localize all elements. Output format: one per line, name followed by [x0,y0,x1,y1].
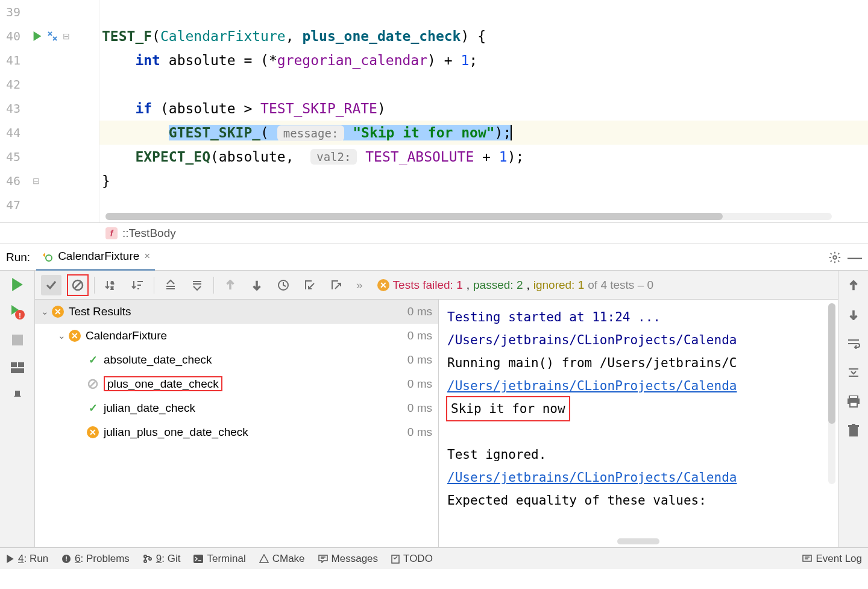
event-log-button[interactable]: Event Log [802,553,862,565]
function-badge-icon: f [105,227,118,239]
recompile-gutter-icon[interactable] [47,31,58,42]
param-hint: message: [277,125,345,141]
test-console[interactable]: Testing started at 11:24 .../Users/jetbr… [439,300,838,547]
svg-point-23 [144,555,146,558]
svg-rect-15 [849,395,858,398]
show-passed-icon[interactable] [41,275,61,295]
prev-failed-icon[interactable] [220,275,241,295]
svg-rect-20 [852,424,855,425]
statusbar-problems[interactable]: !6: Problems [61,553,130,565]
gutter-row: 40⊟ [0,24,99,48]
line-number: 42 [6,77,25,92]
test-tree[interactable]: ⌄✕Test Results0 ms⌄✕CalendarFixture0 ms✓… [35,300,439,547]
rerun-failed-icon[interactable]: ! [10,304,25,320]
collapse-all-icon[interactable] [187,275,207,295]
console-line: Running main() from /Users/jetbrains/C [447,351,829,374]
next-failed-icon[interactable] [247,275,267,295]
run-label: Run: [6,251,30,264]
code-line[interactable]: int absolute = (*gregorian_calendar) + 1… [99,48,868,72]
run-tab-label: CalendarFixture [58,250,139,263]
gutter-row: 47 [0,193,99,217]
layout-icon[interactable] [10,360,25,376]
skip-icon [87,378,99,390]
statusbar-messages[interactable]: Messages [318,553,378,565]
console-line: /Users/jetbrains/CLionProjects/Calenda [447,329,829,351]
svg-rect-27 [392,555,399,563]
tree-test-julian_date_check[interactable]: ✓julian_date_check0 ms [35,396,438,420]
gutter-row: 42 [0,72,99,96]
code-line[interactable]: } [99,169,868,193]
fold-close-icon[interactable]: ⊟ [33,176,40,186]
tree-test-julian_plus_one_date_check[interactable]: ✕julian_plus_one_date_check0 ms [35,420,438,444]
run-gutter-icon[interactable] [33,31,42,41]
gutter-row: 41 [0,48,99,72]
expand-all-icon[interactable] [160,275,181,295]
trash-icon[interactable] [846,423,861,438]
run-tab[interactable]: CalendarFixture × [36,244,155,271]
sort-duration-icon[interactable] [127,275,148,295]
code-line[interactable] [99,72,868,96]
line-number: 43 [6,101,25,116]
svg-point-25 [149,558,151,560]
statusbar-cmake[interactable]: CMake [259,553,305,565]
scroll-up-icon[interactable] [846,278,861,294]
soft-wrap-icon[interactable] [846,336,861,351]
run-right-toolbar [838,271,868,547]
console-hscroll[interactable] [617,538,659,544]
line-number: 40 [6,29,25,43]
svg-rect-7 [11,368,24,373]
vertical-scrollbar[interactable] [828,303,835,484]
svg-rect-19 [848,425,859,427]
scroll-to-end-icon[interactable] [846,365,861,380]
close-icon[interactable]: × [144,250,150,262]
statusbar-terminal[interactable]: Terminal [193,553,245,565]
tree-suite[interactable]: ⌄✕CalendarFixture0 ms [35,324,438,348]
svg-rect-18 [849,427,858,436]
breadcrumb-label[interactable]: ::TestBody [122,227,176,240]
code-line[interactable]: TEST_F(CalendarFixture, plus_one_date_ch… [99,24,868,48]
fold-open-icon[interactable]: ⊟ [63,31,70,41]
code-line[interactable]: EXPECT_EQ(absolute, val2: TEST_ABSOLUTE … [99,145,868,169]
print-icon[interactable] [846,394,861,409]
console-line: /Users/jetbrains/CLionProjects/Calenda [447,466,829,489]
fail-icon: ✕ [69,330,81,342]
export-icon[interactable] [326,275,347,295]
tree-test-plus_one_date_check[interactable]: plus_one_date_check0 ms [35,372,438,396]
console-line: Skip it for now [447,397,829,420]
console-line: Expected equality of these values: [447,489,829,512]
console-line: /Users/jetbrains/CLionProjects/Calenda [447,374,829,397]
statusbar-todo[interactable]: TODO [391,553,433,565]
pin-icon[interactable] [10,388,25,403]
status-bar: 4: Run!6: Problems9: Git Terminal CMake … [0,547,868,569]
svg-line-9 [75,282,81,288]
svg-rect-5 [11,362,17,367]
gtest-icon [41,250,53,262]
breadcrumb: f ::TestBody [0,223,868,244]
stop-icon[interactable] [10,332,25,348]
tree-test-absolute_date_check[interactable]: ✓absolute_date_check0 ms [35,348,438,372]
minimize-icon[interactable]: — [848,249,862,266]
svg-rect-28 [803,555,811,561]
history-icon[interactable] [273,275,294,295]
settings-icon[interactable] [828,251,841,264]
code-line[interactable]: if (absolute > TEST_SKIP_RATE) [99,96,868,121]
tree-root[interactable]: ⌄✕Test Results0 ms [35,300,438,324]
statusbar-run[interactable]: 4: Run [6,553,48,565]
editor-gutter: 3940⊟414243444546⊟47 [0,0,99,222]
horizontal-scrollbar[interactable] [105,213,832,220]
line-number: 39 [6,5,25,19]
code-line[interactable] [99,0,868,24]
fail-icon: ✕ [87,426,99,438]
sort-icon[interactable]: az [101,275,121,295]
text-caret [511,125,512,140]
statusbar-git[interactable]: 9: Git [143,553,181,565]
show-ignored-icon[interactable] [68,275,88,295]
param-hint: val2: [310,149,357,165]
run-icon[interactable] [10,277,25,292]
code-content[interactable]: TEST_F(CalendarFixture, plus_one_date_ch… [99,0,868,222]
scroll-down-icon[interactable] [846,307,861,323]
svg-rect-26 [193,555,203,563]
import-icon[interactable] [300,275,320,295]
line-number: 41 [6,53,25,68]
code-line[interactable]: GTEST_SKIP_( message: "Skip it for now")… [99,121,868,145]
